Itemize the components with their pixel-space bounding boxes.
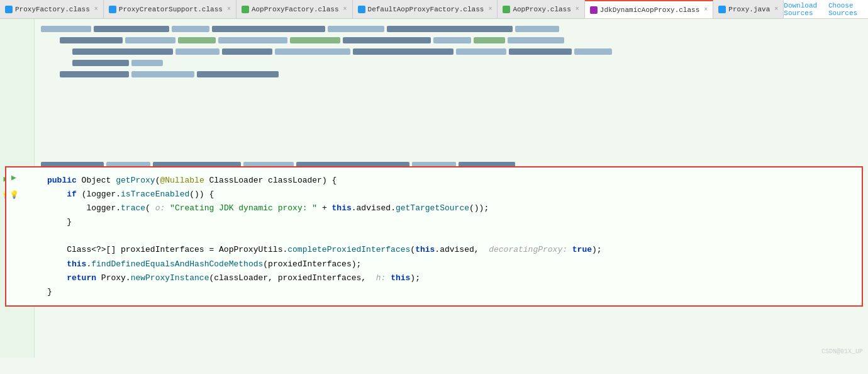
blurred-row-2 [0, 35, 868, 45]
blurred-row-7 [0, 92, 868, 102]
watermark: CSDN@01X_UP [821, 348, 863, 355]
blurred-row-5 [0, 69, 868, 79]
tab-label: JdkDynamicAopProxy.class [600, 6, 699, 14]
tab-close-btn[interactable]: × [227, 6, 231, 13]
blurred-row-6 [0, 81, 868, 91]
tab-icon [358, 6, 365, 13]
blurred-row-1 [0, 24, 868, 34]
code-line-2: if (logger.isTraceEnabled()) { [47, 188, 854, 201]
tab-close-btn[interactable]: × [774, 6, 778, 13]
tab-default-aop-proxy-factory[interactable]: DefaultAopProxyFactory.class × [353, 0, 498, 18]
tab-close-btn[interactable]: × [94, 6, 98, 13]
tab-close-btn[interactable]: × [704, 6, 708, 13]
blurred-row-8 [0, 103, 868, 113]
highlighted-code-section: ▶ 💡 public Object getProxy(@Nullable Cla… [5, 166, 863, 307]
tab-aop-proxy[interactable]: AopProxy.class × [498, 0, 584, 18]
code-line-5 [47, 229, 854, 243]
tab-close-btn[interactable]: × [576, 6, 579, 13]
code-line-8: return Proxy.newProxyInstance(classLoade… [47, 271, 854, 285]
editor-area: ▶ 💡 [0, 19, 868, 358]
tab-jdk-dynamic-aop-proxy[interactable]: JdkDynamicAopProxy.class × [585, 0, 713, 18]
tab-proxy-java[interactable]: Proxy.java × [713, 0, 784, 18]
tab-icon [242, 6, 249, 13]
code-line-4: } [47, 215, 854, 229]
blurred-row-11 [0, 137, 868, 147]
tab-label: ProxyCreatorSupport.class [119, 6, 223, 13]
tab-proxy-factory[interactable]: ProxyFactory.class × [0, 0, 104, 18]
tab-aop-proxy-factory[interactable]: AopProxyFactory.class × [236, 0, 353, 18]
tab-icon [503, 6, 510, 13]
blurred-row-3 [0, 47, 868, 57]
tab-label: ProxyFactory.class [15, 6, 90, 13]
hint-icon[interactable]: 💡 [8, 187, 20, 204]
blurred-row-4 [0, 58, 868, 68]
tab-bar: ProxyFactory.class × ProxyCreatorSupport… [0, 0, 868, 19]
blurred-code-area [0, 19, 868, 164]
tab-close-btn[interactable]: × [488, 6, 492, 13]
choose-sources-link[interactable]: Choose Sources [828, 2, 862, 17]
tab-icon [109, 6, 116, 13]
code-line-3: logger.trace( o: "Creating JDK dynamic p… [47, 201, 854, 215]
blurred-row-10 [0, 126, 868, 136]
code-line-1: public Object getProxy(@Nullable ClassLo… [47, 174, 854, 188]
blurred-row-9 [0, 115, 868, 125]
blurred-row-12 [0, 149, 868, 159]
tab-label: DefaultAopProxyFactory.class [368, 6, 484, 13]
code-line-9: } [47, 285, 854, 299]
tab-close-btn[interactable]: × [343, 6, 347, 13]
tab-label: AopProxy.class [513, 6, 570, 13]
tab-icon [718, 6, 726, 13]
tab-icon [590, 6, 598, 14]
code-line-7: this.findDefinedEqualsAndHashCodeMethods… [47, 258, 854, 271]
tab-proxy-creator-support[interactable]: ProxyCreatorSupport.class × [104, 0, 236, 18]
download-sources-link[interactable]: Download Sources [784, 2, 822, 17]
tab-icon [5, 6, 13, 13]
tab-label: AopProxyFactory.class [252, 6, 339, 13]
code-line-6: Class<?>[] proxiedInterfaces = AopProxyU… [47, 243, 854, 257]
run-indicator-icon[interactable]: ▶ [8, 170, 20, 187]
tab-label: Proxy.java [728, 6, 770, 13]
